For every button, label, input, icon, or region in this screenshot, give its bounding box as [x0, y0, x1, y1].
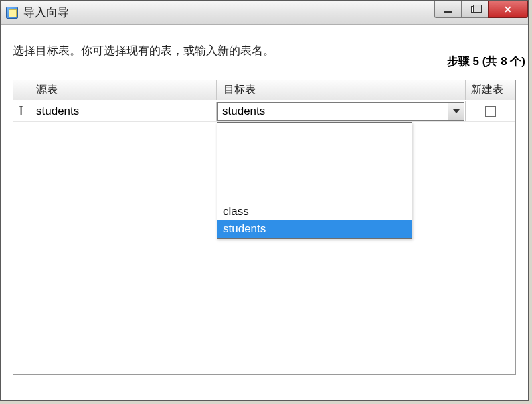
combobox-dropdown-button[interactable] [448, 103, 464, 120]
new-table-cell [466, 103, 515, 119]
window-system-buttons: ✕ [434, 1, 528, 19]
new-table-checkbox[interactable] [485, 106, 496, 117]
target-table-dropdown-list[interactable]: class students [217, 122, 412, 239]
window-title: 导入向导 [23, 5, 69, 20]
mapping-grid: 源表 目标表 新建表 I students [13, 80, 516, 375]
maximize-icon [471, 6, 478, 13]
minimize-button[interactable] [434, 1, 461, 18]
column-header-target: 目标表 [217, 80, 466, 100]
source-table-cell: students [29, 102, 217, 121]
dropdown-blank-area [217, 123, 412, 203]
content-pane: 步骤 5 (共 8 个) 选择目标表。你可选择现有的表，或输入新的表名。 源表 … [1, 25, 528, 400]
app-window: 导入向导 ✕ 步骤 5 (共 8 个) 选择目标表。你可选择现有的表，或输入新的… [0, 0, 529, 401]
column-header-source: 源表 [29, 80, 217, 100]
titlebar: 导入向导 ✕ [1, 1, 528, 25]
column-gutter [13, 80, 29, 100]
target-table-combobox[interactable] [217, 102, 464, 121]
row-cursor-icon: I [13, 103, 29, 119]
column-header-new-table: 新建表 [466, 80, 515, 100]
dropdown-option[interactable]: class [217, 203, 412, 220]
close-button[interactable]: ✕ [488, 1, 528, 18]
app-icon [6, 7, 18, 19]
minimize-icon [444, 11, 452, 13]
grid-header: 源表 目标表 新建表 [13, 80, 515, 100]
target-table-cell [217, 101, 466, 121]
chevron-down-icon [453, 109, 460, 113]
step-indicator: 步骤 5 (共 8 个) [447, 54, 525, 69]
table-row: I students [13, 100, 515, 122]
target-table-input[interactable] [218, 103, 448, 120]
close-icon: ✕ [504, 4, 512, 15]
maximize-button[interactable] [461, 1, 488, 18]
dropdown-option-selected[interactable]: students [217, 220, 412, 238]
